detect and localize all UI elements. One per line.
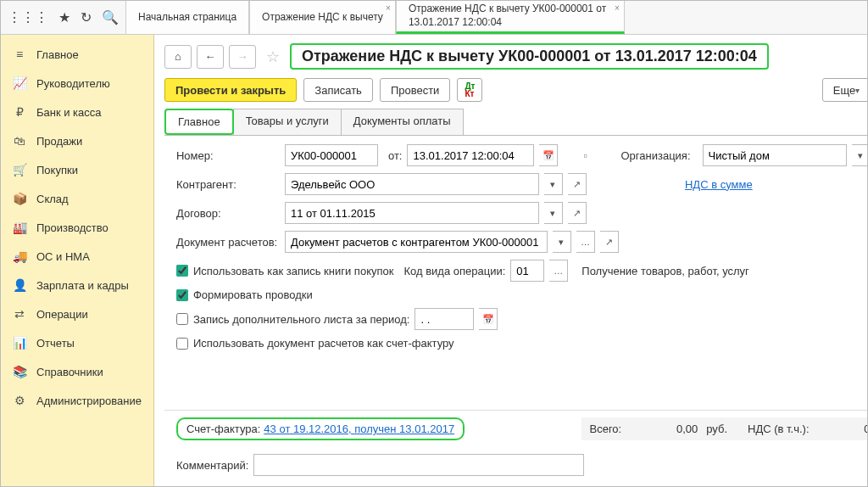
vat-value: 0,00 xyxy=(818,423,867,435)
currency-label: руб. xyxy=(706,423,727,435)
open-icon[interactable]: ↗ xyxy=(600,231,619,253)
open-icon[interactable]: ↗ xyxy=(568,173,587,195)
bag-icon: 🛍 xyxy=(13,134,26,148)
swap-icon: ⇄ xyxy=(13,307,26,321)
top-icons: ⋮⋮⋮ ★ ↻ 🔍 xyxy=(1,1,125,34)
comment-label: Комментарий: xyxy=(176,459,249,472)
total-value: 0,00 xyxy=(630,423,698,435)
sidebar-item-manager[interactable]: 📈Руководителю xyxy=(1,69,153,98)
box-icon: 📦 xyxy=(13,192,26,205)
cart-icon: 🛒 xyxy=(13,163,26,176)
comment-input[interactable] xyxy=(253,454,584,476)
sidebar-item-main[interactable]: ≡Главное xyxy=(1,40,153,69)
org-label: Организация: xyxy=(620,149,690,162)
sidebar-item-salary[interactable]: 👤Зарплата и кадры xyxy=(1,271,153,299)
kontr-input[interactable] xyxy=(285,173,539,195)
forward-button[interactable]: → xyxy=(229,45,256,69)
sidebar-item-admin[interactable]: ⚙Администрирование xyxy=(1,386,153,415)
gear-icon: ⚙ xyxy=(13,394,26,407)
home-button[interactable]: ⌂ xyxy=(164,45,192,69)
sidebar-item-production[interactable]: 🏭Производство xyxy=(1,213,153,242)
select-icon[interactable]: … xyxy=(549,260,568,282)
period-input[interactable] xyxy=(415,308,474,330)
sidebar-item-sales[interactable]: 🛍Продажи xyxy=(1,126,153,155)
sidebar-item-purchases[interactable]: 🛒Покупки xyxy=(1,155,153,184)
history-icon[interactable]: ↻ xyxy=(81,9,92,25)
dogovor-label: Договор: xyxy=(176,207,280,220)
calendar-icon[interactable]: 📅 xyxy=(539,144,558,166)
post-and-close-button[interactable]: Провести и закрыть xyxy=(164,78,297,102)
more-button[interactable]: Еще xyxy=(822,78,867,102)
search-icon[interactable]: 🔍 xyxy=(102,9,119,25)
sidebar-item-references[interactable]: 📚Справочники xyxy=(1,357,153,386)
total-label: Всего: xyxy=(590,423,622,435)
vat-mode-link[interactable]: НДС в сумме xyxy=(685,178,753,191)
dropdown-icon[interactable]: ▾ xyxy=(553,231,571,253)
sidebar-item-label: Руководителю xyxy=(36,77,110,90)
doc-header: ⌂ ← → ☆ Отражение НДС к вычету УК00-0000… xyxy=(154,35,867,75)
sidebar-item-assets[interactable]: 🚚ОС и НМА xyxy=(1,242,153,271)
truck-icon: 🚚 xyxy=(13,249,26,263)
page-title: Отражение НДС к вычету УК00-000001 от 13… xyxy=(290,43,769,70)
from-label: от: xyxy=(388,149,403,162)
sidebar-item-label: Администрирование xyxy=(36,395,142,407)
number-input[interactable] xyxy=(285,144,378,166)
dtkt-button[interactable]: ДтКт xyxy=(457,78,482,102)
dropdown-icon[interactable]: ▾ xyxy=(852,144,867,166)
favorite-icon[interactable]: ☆ xyxy=(261,45,285,69)
kodop-input[interactable] xyxy=(510,260,544,282)
use-as-book-entry-checkbox[interactable]: Использовать как запись книги покупок xyxy=(176,265,393,277)
star-icon[interactable]: ★ xyxy=(58,9,70,25)
select-icon[interactable]: … xyxy=(576,231,595,253)
tab-main[interactable]: Главное xyxy=(164,109,234,135)
sidebar-item-label: Отчеты xyxy=(36,337,75,350)
sidebar-item-reports[interactable]: 📊Отчеты xyxy=(1,328,153,357)
close-icon[interactable]: × xyxy=(615,3,620,13)
sidebar: ≡Главное 📈Руководителю ₽Банк и касса 🛍Пр… xyxy=(1,35,154,486)
save-button[interactable]: Записать xyxy=(303,78,373,102)
docrasch-input[interactable] xyxy=(285,231,548,253)
open-icon[interactable]: ↗ xyxy=(568,202,587,224)
number-label: Номер: xyxy=(176,149,280,162)
apps-icon[interactable]: ⋮⋮⋮ xyxy=(8,9,48,25)
form-postings-checkbox[interactable]: Формировать проводки xyxy=(176,288,313,301)
sidebar-item-label: ОС и НМА xyxy=(36,250,90,263)
topbar: ⋮⋮⋮ ★ ↻ 🔍 Начальная страница Отражение Н… xyxy=(1,1,867,35)
use-doc-as-sf-checkbox[interactable]: Использовать документ расчетов как счет-… xyxy=(176,337,454,350)
subtabs: Главное Товары и услуги Документы оплаты xyxy=(154,109,867,135)
window-tabs: Начальная страница Отражение НДС к вычет… xyxy=(125,1,867,34)
form-area: Номер: от: 📅 ▫ Организация: ▾ ↗ Контраге… xyxy=(164,135,867,410)
extra-sheet-checkbox[interactable]: Запись дополнительного листа за период: xyxy=(176,313,409,326)
kodop-label: Код вида операции: xyxy=(403,265,505,277)
tab-paydocs[interactable]: Документы оплаты xyxy=(341,109,464,135)
sidebar-item-operations[interactable]: ⇄Операции xyxy=(1,299,153,328)
sidebar-item-label: Банк и касса xyxy=(36,106,102,119)
totals: Всего: 0,00 руб. НДС (в т.ч.): 0,00 xyxy=(581,417,867,440)
dropdown-icon[interactable]: ▾ xyxy=(544,202,563,224)
tab-goods[interactable]: Товары и услуги xyxy=(233,109,342,135)
sf-link[interactable]: 43 от 19.12.2016, получен 13.01.2017 xyxy=(264,423,454,435)
kontr-label: Контрагент: xyxy=(176,178,280,191)
calendar-icon[interactable]: 📅 xyxy=(479,308,498,330)
org-input[interactable] xyxy=(703,144,847,166)
post-button[interactable]: Провести xyxy=(380,78,451,102)
sidebar-item-bank[interactable]: ₽Банк и касса xyxy=(1,98,153,126)
sidebar-item-warehouse[interactable]: 📦Склад xyxy=(1,184,153,213)
sf-label: Счет-фактура: xyxy=(186,423,260,435)
dropdown-icon[interactable]: ▾ xyxy=(544,173,563,195)
back-button[interactable]: ← xyxy=(197,45,224,69)
bars-icon: 📊 xyxy=(13,336,26,350)
sf-box: Счет-фактура: 43 от 19.12.2016, получен … xyxy=(176,417,465,440)
date-input[interactable] xyxy=(407,144,534,166)
close-icon[interactable]: × xyxy=(386,3,391,13)
footer: Счет-фактура: 43 от 19.12.2016, получен … xyxy=(164,410,867,447)
tab-home[interactable]: Начальная страница xyxy=(125,1,249,34)
posted-icon: ▫ xyxy=(583,149,598,162)
person-icon: 👤 xyxy=(13,278,26,292)
vat-label: НДС (в т.ч.): xyxy=(748,423,810,435)
sidebar-item-label: Производство xyxy=(36,221,108,234)
docrasch-label: Документ расчетов: xyxy=(176,236,280,249)
tab-nds-list[interactable]: Отражение НДС к вычету × xyxy=(249,1,396,34)
tab-nds-doc[interactable]: Отражение НДС к вычету УК00-000001 от 13… xyxy=(396,1,625,34)
dogovor-input[interactable] xyxy=(285,202,539,224)
